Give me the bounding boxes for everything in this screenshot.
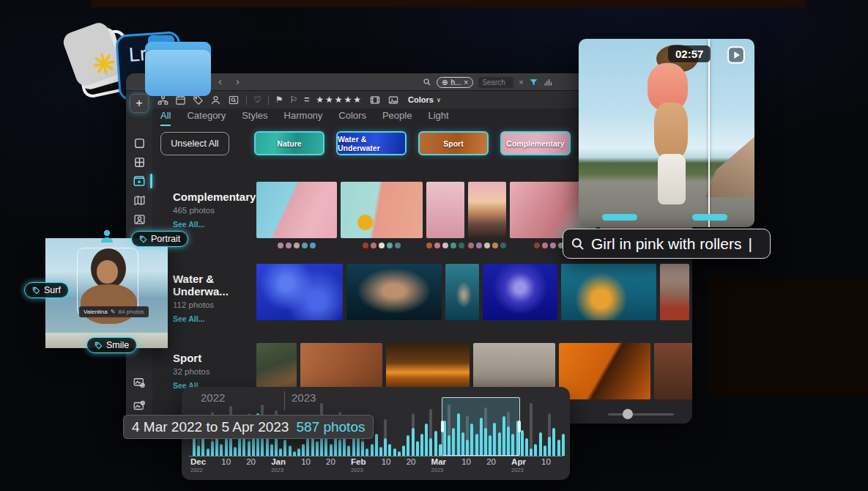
photo-search-icon[interactable] — [228, 95, 240, 106]
sidebar-item-photo-settings[interactable] — [132, 375, 146, 390]
histogram-bar — [562, 434, 565, 456]
rating-operator[interactable]: = — [304, 95, 309, 105]
tag-icon — [32, 287, 40, 295]
favorite-heart-icon[interactable]: ♡ — [253, 95, 261, 104]
flag-rejected-icon[interactable]: ⚐ — [290, 95, 298, 104]
timeline-selection[interactable] — [442, 397, 520, 456]
play-button-icon[interactable] — [727, 45, 746, 64]
tab-people[interactable]: People — [382, 110, 412, 126]
histogram-bar — [384, 438, 387, 456]
search-icon — [571, 237, 585, 251]
histogram-bar — [347, 446, 350, 456]
clear-search-icon[interactable]: × — [519, 78, 523, 86]
axis-label: 20 — [246, 457, 256, 473]
category-card-complementary[interactable]: Complementary — [500, 131, 571, 155]
flag-picked-icon[interactable]: ⚑ — [275, 95, 283, 104]
tab-colors[interactable]: Colors — [338, 110, 366, 126]
palette-dot — [450, 243, 456, 248]
film-icon[interactable] — [369, 95, 381, 106]
photo-item — [445, 264, 479, 320]
photo-thumbnail[interactable] — [654, 343, 692, 399]
trim-handle-pill[interactable] — [602, 214, 637, 221]
horizontal-scrollbar-handle[interactable] — [623, 409, 633, 419]
section-count: 32 photos — [173, 367, 255, 376]
tab-category[interactable]: Category — [187, 110, 226, 126]
star-rating-filter[interactable]: ★★★★★ — [316, 95, 363, 105]
colors-dropdown[interactable]: Colors ∨ — [408, 95, 441, 104]
section-count: 465 photos — [173, 206, 255, 215]
tag-chip-surf[interactable]: Surf — [24, 282, 69, 298]
category-card-nature[interactable]: Nature — [254, 131, 324, 155]
video-scrubber-line[interactable] — [708, 39, 710, 227]
person-name-label[interactable]: Valentina ✎ 84 photos — [79, 306, 149, 317]
unselect-all-button[interactable]: Unselect All — [160, 132, 229, 155]
category-card-sport[interactable]: Sport — [418, 131, 489, 155]
histogram-bar — [407, 435, 409, 456]
sidebar-item-grid-view[interactable] — [132, 155, 146, 169]
folder-icon[interactable] — [145, 42, 211, 96]
histogram-bar — [416, 441, 419, 456]
histogram-bar — [525, 438, 528, 456]
photo-thumbnail[interactable] — [660, 264, 689, 320]
selection-handle-right[interactable] — [518, 421, 521, 432]
trim-handle-pill[interactable] — [692, 214, 727, 221]
image-icon[interactable] — [387, 95, 399, 106]
photo-thumbnail[interactable] — [561, 264, 656, 320]
photo-thumbnail[interactable] — [426, 182, 464, 238]
histogram-bar — [434, 431, 437, 456]
tab-light[interactable]: Light — [428, 110, 448, 126]
photo-thumbnail[interactable] — [445, 264, 479, 320]
tab-harmony[interactable]: Harmony — [284, 110, 323, 126]
see-all-link[interactable]: See All... — [173, 314, 255, 323]
horizontal-scrollbar-track[interactable] — [608, 413, 674, 416]
folder-front — [145, 50, 211, 96]
screenshot-stage: Lr CAT ‹ › ⊕ h... × Search × — [0, 0, 868, 491]
tag-chip-portrait[interactable]: Portrait — [131, 231, 188, 247]
stats-icon[interactable] — [544, 78, 553, 87]
background-strip — [92, 0, 806, 7]
see-all-link[interactable]: See All... — [173, 220, 255, 229]
person-icon[interactable] — [210, 95, 221, 106]
sidebar-item-map[interactable] — [132, 193, 146, 207]
edit-pencil-icon[interactable]: ✎ — [111, 309, 116, 315]
axis-label: 20 — [407, 457, 416, 473]
forward-button[interactable]: › — [236, 75, 240, 87]
search-input[interactable]: Search — [478, 77, 513, 88]
ai-search-bar[interactable]: Girl in pink with rollers | — [563, 229, 771, 259]
chip-close-icon[interactable]: × — [464, 78, 468, 86]
ai-search-input[interactable]: Girl in pink with rollers — [591, 235, 741, 253]
histogram-bar — [534, 444, 537, 456]
tab-all[interactable]: All — [160, 110, 171, 126]
photo-thumbnail[interactable] — [559, 343, 650, 399]
palette-dot — [395, 243, 401, 248]
tag-chip-smile[interactable]: Smile — [86, 337, 137, 353]
back-button[interactable]: ‹ — [218, 75, 222, 87]
section-title: Water & Underwa... — [173, 273, 255, 298]
sidebar-item-people[interactable] — [132, 212, 146, 226]
selection-handle-left[interactable] — [441, 421, 444, 432]
category-card-water-underwater[interactable]: Water & Underwater — [336, 131, 407, 155]
photo-thumbnail[interactable] — [483, 264, 557, 320]
tab-styles[interactable]: Styles — [242, 110, 267, 126]
histogram-bar — [197, 446, 200, 456]
sidebar-item-catalog-box[interactable] — [132, 174, 146, 188]
add-button[interactable]: + — [130, 94, 149, 113]
date-range-tooltip: 4 Mar 2022 to 5 Apr 2023 587 photos — [123, 415, 374, 439]
palette-dot — [387, 243, 393, 248]
sidebar-item-photo-add[interactable] — [132, 399, 146, 413]
axis-label: 10 — [461, 457, 471, 473]
search-filter-chip[interactable]: ⊕ h... × — [437, 77, 473, 88]
photo-thumbnail[interactable] — [256, 264, 343, 320]
tag-icon — [139, 235, 147, 243]
palette-dot — [363, 243, 368, 248]
filter-funnel-icon[interactable] — [529, 78, 538, 87]
photo-item — [341, 182, 423, 248]
video-preview-panel[interactable]: 02:57 — [579, 39, 754, 227]
photo-thumbnail[interactable] — [346, 264, 442, 320]
histogram-bar — [388, 444, 391, 456]
photo-thumbnail[interactable] — [256, 182, 337, 238]
background-rectangle — [709, 278, 868, 396]
photo-thumbnail[interactable] — [341, 182, 423, 238]
sidebar-item-single-view[interactable] — [132, 136, 146, 150]
photo-thumbnail[interactable] — [468, 182, 506, 238]
